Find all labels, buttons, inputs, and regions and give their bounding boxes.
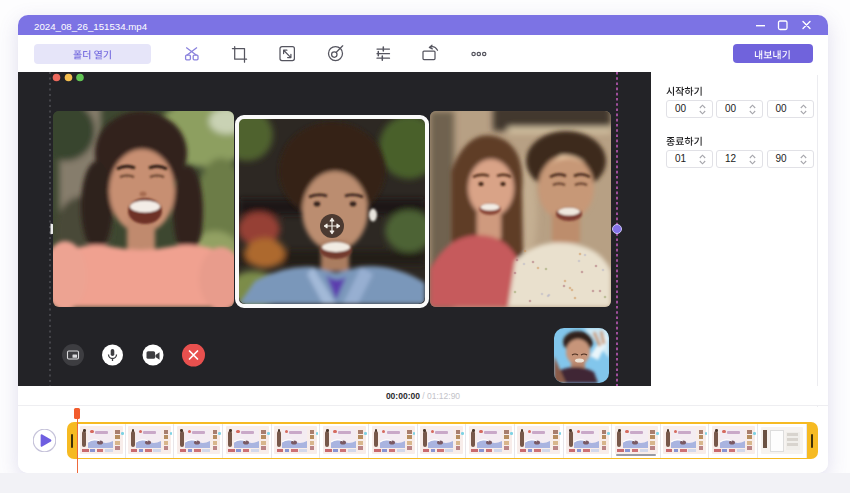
svg-text:2024_08_26_151534.mp4: 2024_08_26_151534.mp4 <box>34 21 148 32</box>
